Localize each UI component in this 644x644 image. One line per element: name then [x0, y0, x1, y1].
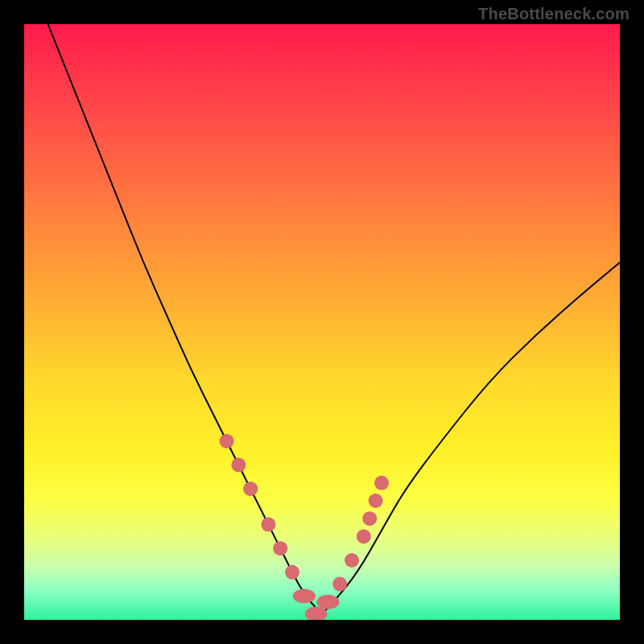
data-marker	[345, 553, 359, 568]
curve-left-branch	[48, 24, 322, 614]
data-marker	[332, 577, 347, 592]
data-marker	[357, 529, 371, 543]
curve-right-branch	[322, 262, 620, 614]
data-marker	[261, 518, 275, 532]
data-marker	[273, 541, 287, 555]
chart-svg	[24, 24, 620, 620]
data-marker	[285, 565, 299, 580]
chart-frame: TheBottleneck.com	[0, 0, 644, 644]
plot-area	[24, 24, 620, 620]
data-marker	[362, 511, 377, 526]
data-marker	[243, 481, 258, 496]
data-marker	[220, 434, 234, 448]
data-marker	[293, 588, 316, 603]
marker-group	[220, 434, 389, 620]
data-marker	[374, 476, 389, 490]
watermark-text: TheBottleneck.com	[478, 5, 630, 23]
data-marker	[369, 493, 383, 508]
data-marker	[316, 595, 339, 609]
data-marker	[231, 458, 246, 473]
